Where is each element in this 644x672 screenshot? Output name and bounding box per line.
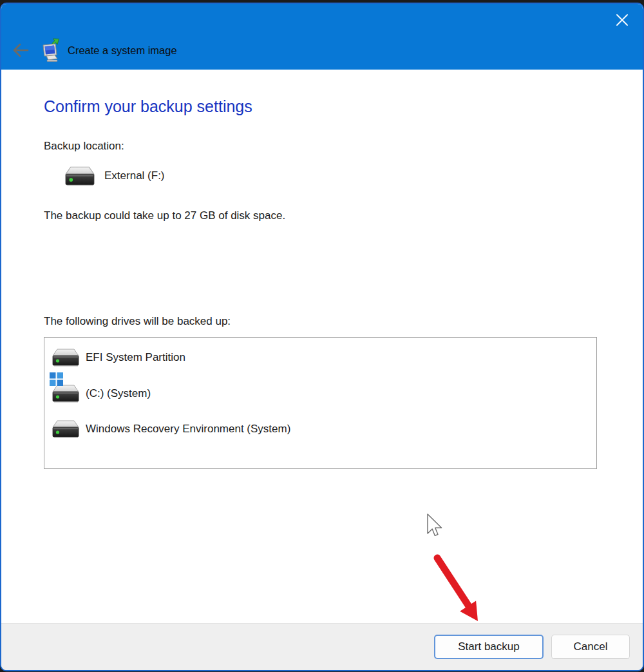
- close-button[interactable]: [611, 9, 634, 31]
- cancel-button[interactable]: Cancel: [551, 635, 630, 659]
- back-arrow-icon: [12, 43, 29, 58]
- hard-drive-icon: [52, 419, 80, 439]
- red-annotation-arrow: [426, 553, 488, 625]
- drive-list-item: EFI System Partition: [52, 347, 185, 367]
- close-icon: [615, 13, 629, 27]
- backup-location-row: External (F:): [63, 165, 165, 187]
- backup-location-drive: External (F:): [104, 169, 165, 182]
- create-system-image-window: Create a system image Confirm your backu…: [0, 3, 644, 671]
- windows-logo-icon: [50, 372, 63, 386]
- backup-location-label: Backup location:: [44, 140, 124, 153]
- drives-list-label: The following drives will be backed up:: [44, 315, 231, 328]
- page-title: Confirm your backup settings: [44, 97, 252, 116]
- drive-name: Windows Recovery Environment (System): [86, 423, 290, 436]
- mouse-cursor: [425, 513, 443, 539]
- window-title: Create a system image: [68, 44, 177, 57]
- hard-drive-icon: [52, 347, 80, 367]
- disk-space-text: The backup could take up to 27 GB of dis…: [44, 209, 285, 222]
- start-backup-button[interactable]: Start backup: [434, 635, 544, 659]
- drive-list-item: Windows Recovery Environment (System): [52, 419, 290, 439]
- drives-list-box: EFI System Partition (C:) (System): [44, 337, 597, 469]
- system-image-backup-icon: [41, 37, 61, 63]
- footer-bar: Start backup Cancel: [1, 623, 643, 670]
- back-button[interactable]: [11, 41, 30, 60]
- drive-list-item: (C:) (System): [52, 383, 151, 403]
- hard-drive-icon: [63, 165, 97, 187]
- wizard-content: Confirm your backup settings Backup loca…: [1, 70, 643, 623]
- hard-drive-icon: [52, 383, 80, 403]
- drive-name: (C:) (System): [86, 387, 151, 400]
- drive-name: EFI System Partition: [86, 351, 185, 364]
- titlebar: Create a system image: [1, 4, 643, 70]
